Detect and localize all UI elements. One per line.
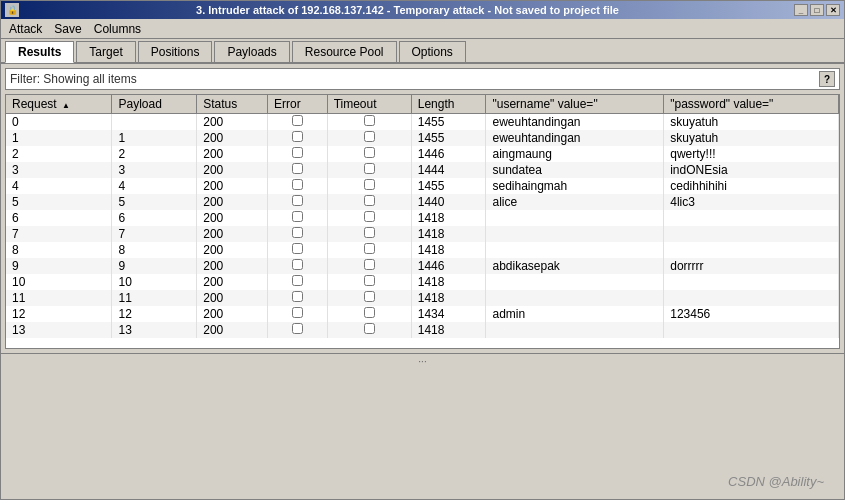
close-button[interactable]: ✕ xyxy=(826,4,840,16)
col-timeout[interactable]: Timeout xyxy=(327,95,411,114)
table-row[interactable]: 332001444sundateaindONEsia xyxy=(6,162,839,178)
scroll-dots: ··· xyxy=(418,356,426,367)
col-length[interactable]: Length xyxy=(411,95,486,114)
filter-text: Filter: Showing all items xyxy=(10,72,137,86)
table-row[interactable]: 992001446abdikasepakdorrrrr xyxy=(6,258,839,274)
app-icon: 🔒 xyxy=(5,3,19,17)
col-username[interactable]: "username" value=" xyxy=(486,95,664,114)
filter-bar: Filter: Showing all items ? xyxy=(5,68,840,90)
window-title: 3. Intruder attack of 192.168.137.142 - … xyxy=(21,4,794,16)
table-row[interactable]: 552001440alice4lic3 xyxy=(6,194,839,210)
col-error[interactable]: Error xyxy=(267,95,327,114)
table-row[interactable]: 662001418 xyxy=(6,210,839,226)
table-row[interactable]: 12122001434admin123456 xyxy=(6,306,839,322)
tab-target[interactable]: Target xyxy=(76,41,135,62)
results-table: Request ▲ Payload Status Error Timeout L… xyxy=(6,95,839,338)
table-row[interactable]: 13132001418 xyxy=(6,322,839,338)
help-button[interactable]: ? xyxy=(819,71,835,87)
tab-payloads[interactable]: Payloads xyxy=(214,41,289,62)
table-header-row: Request ▲ Payload Status Error Timeout L… xyxy=(6,95,839,114)
window-controls: _ □ ✕ xyxy=(794,4,840,16)
tab-results[interactable]: Results xyxy=(5,41,74,63)
bottom-panel: CSDN @Ability~ xyxy=(1,369,844,499)
main-window: 🔒 3. Intruder attack of 192.168.137.142 … xyxy=(0,0,845,500)
menu-save[interactable]: Save xyxy=(48,20,87,38)
table-row[interactable]: 772001418 xyxy=(6,226,839,242)
scroll-indicator: ··· xyxy=(1,353,844,369)
results-table-container[interactable]: Request ▲ Payload Status Error Timeout L… xyxy=(5,94,840,349)
col-payload[interactable]: Payload xyxy=(112,95,197,114)
col-request[interactable]: Request ▲ xyxy=(6,95,112,114)
table-row[interactable]: 222001446aingmaungqwerty!!! xyxy=(6,146,839,162)
table-row[interactable]: 11112001418 xyxy=(6,290,839,306)
maximize-button[interactable]: □ xyxy=(810,4,824,16)
table-row[interactable]: 112001455eweuhtandinganskuyatuh xyxy=(6,130,839,146)
tab-options[interactable]: Options xyxy=(399,41,466,62)
col-status[interactable]: Status xyxy=(197,95,268,114)
table-row[interactable]: 10102001418 xyxy=(6,274,839,290)
tab-resource-pool[interactable]: Resource Pool xyxy=(292,41,397,62)
col-password[interactable]: "password" value=" xyxy=(664,95,839,114)
menu-columns[interactable]: Columns xyxy=(88,20,147,38)
table-body: 02001455eweuhtandinganskuyatuh112001455e… xyxy=(6,114,839,339)
menu-attack[interactable]: Attack xyxy=(3,20,48,38)
tab-positions[interactable]: Positions xyxy=(138,41,213,62)
tab-bar: Results Target Positions Payloads Resour… xyxy=(1,39,844,64)
menu-bar: Attack Save Columns xyxy=(1,19,844,39)
watermark: CSDN @Ability~ xyxy=(728,474,824,489)
table-row[interactable]: 02001455eweuhtandinganskuyatuh xyxy=(6,114,839,131)
minimize-button[interactable]: _ xyxy=(794,4,808,16)
title-bar: 🔒 3. Intruder attack of 192.168.137.142 … xyxy=(1,1,844,19)
table-row[interactable]: 882001418 xyxy=(6,242,839,258)
table-row[interactable]: 442001455sedihaingmahcedihhihihi xyxy=(6,178,839,194)
